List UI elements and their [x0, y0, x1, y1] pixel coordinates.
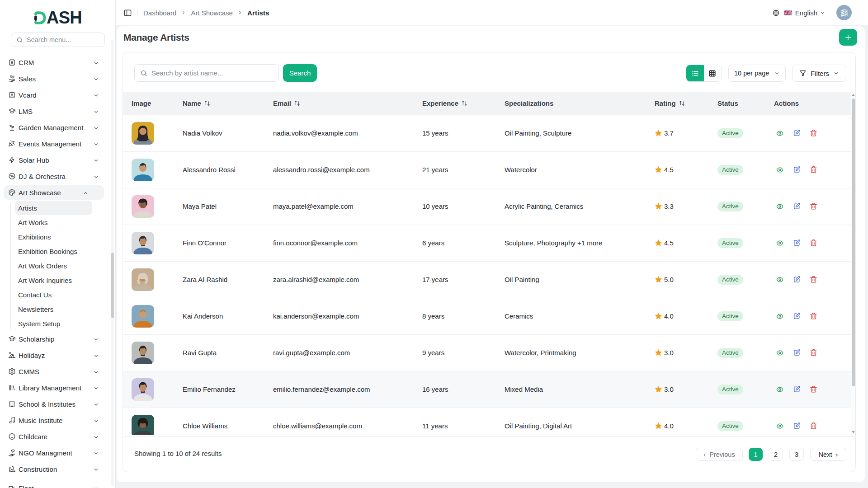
svg-text:ASH: ASH [47, 9, 82, 27]
